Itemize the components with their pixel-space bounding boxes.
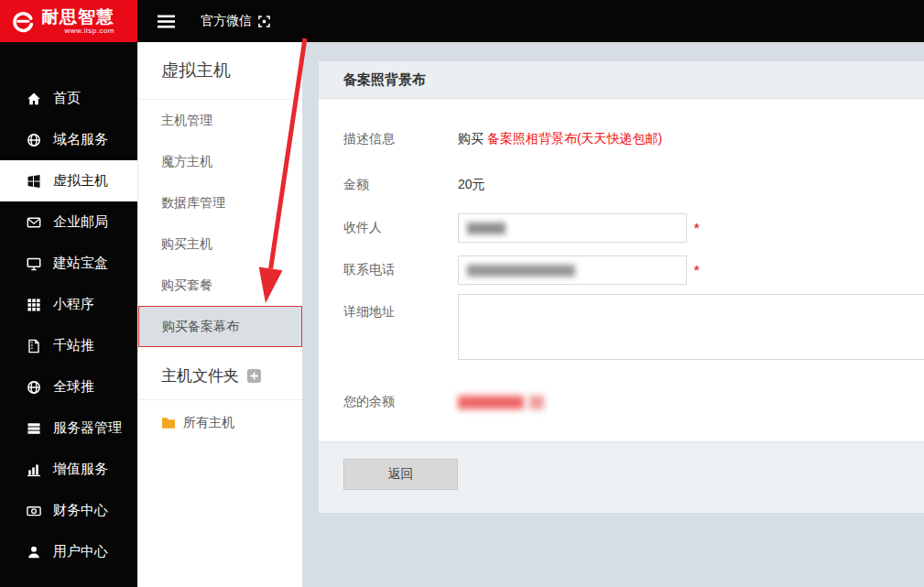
submenu-item-buy-package[interactable]: 购买套餐 <box>138 265 302 306</box>
folder-icon <box>161 417 176 429</box>
grid-icon <box>26 297 41 312</box>
sidebar-item-label: 虚拟主机 <box>53 172 108 190</box>
folder-item-all-hosts[interactable]: 所有主机 <box>138 400 302 446</box>
recipient-input[interactable] <box>458 213 687 243</box>
balance-label: 您的余额 <box>343 394 458 410</box>
submenu-item-host-management[interactable]: 主机管理 <box>138 100 302 141</box>
money-icon <box>26 503 41 518</box>
sidebar-item-sitebox[interactable]: 建站宝盒 <box>0 243 137 284</box>
recipient-label: 收件人 <box>343 220 458 236</box>
description-prefix: 购买 <box>458 131 484 146</box>
submenu-title: 虚拟主机 <box>138 42 302 100</box>
description-label: 描述信息 <box>343 131 458 147</box>
mail-icon <box>26 214 41 230</box>
brand-emblem-icon <box>10 8 36 34</box>
sidebar-item-label: 全球推 <box>53 378 94 396</box>
globe-icon <box>26 379 41 395</box>
add-folder-button[interactable] <box>247 369 261 383</box>
host-folder-title: 主机文件夹 <box>161 365 239 386</box>
sidebar-item-label: 小程序 <box>53 296 94 313</box>
host-folder-section: 主机文件夹 <box>138 353 302 400</box>
submenu-item-mofang-host[interactable]: 魔方主机 <box>138 141 302 182</box>
phone-input[interactable] <box>458 255 687 285</box>
balance-row: 您的余额 <box>343 394 924 410</box>
sidebar-item-label: 财务中心 <box>53 502 108 519</box>
panel-header: 备案照背景布 <box>319 61 924 99</box>
windows-icon <box>26 173 41 189</box>
description-row: 描述信息 购买 备案照相背景布(天天快递包邮) <box>343 131 924 147</box>
menu-toggle-icon[interactable] <box>158 15 175 28</box>
panel-footer: 返回 <box>319 441 924 513</box>
brand-text: 耐思智慧 www.iisp.com <box>41 8 114 35</box>
recipient-row: 收件人 * <box>343 213 924 243</box>
submenu-item-buy-beian-backdrop[interactable]: 购买备案幕布 <box>138 306 302 347</box>
required-asterisk: * <box>694 263 699 277</box>
balance-value-redacted <box>458 396 544 409</box>
sidebar-item-label: 千站推 <box>53 337 94 354</box>
amount-row: 金额 20元 <box>343 177 924 193</box>
panel-body: 描述信息 购买 备案照相背景布(天天快递包邮) 金额 20元 收件人 * <box>319 99 924 441</box>
phone-label: 联系电话 <box>343 262 458 278</box>
sidebar-item-label: 服务器管理 <box>53 419 122 437</box>
sidebar-item-label: 首页 <box>53 90 81 107</box>
phone-value-redacted <box>467 265 575 277</box>
sidebar-item-finance-center[interactable]: 财务中心 <box>0 490 137 531</box>
brand-url: www.iisp.com <box>65 27 114 35</box>
beian-backdrop-panel: 备案照背景布 描述信息 购买 备案照相背景布(天天快递包邮) 金额 20元 收件… <box>319 61 924 513</box>
sidebar-item-home[interactable]: 首页 <box>0 78 137 119</box>
sidebar-item-qianzhantui[interactable]: 千站推 <box>0 325 137 366</box>
monitor-icon <box>26 255 41 271</box>
amount-label: 金额 <box>343 177 458 193</box>
back-button[interactable]: 返回 <box>343 459 458 490</box>
official-wechat-link[interactable]: 官方微信 <box>201 13 270 29</box>
app-window: 耐思智慧 www.iisp.com 官方微信 <box>0 0 924 587</box>
recipient-value-redacted <box>467 223 505 234</box>
sidebar-item-label: 用户中心 <box>53 543 108 560</box>
panel-title: 备案照背景布 <box>343 71 426 89</box>
brand-name: 耐思智慧 <box>41 8 114 26</box>
submenu-item-buy-host[interactable]: 购买主机 <box>138 223 302 265</box>
brand-logo[interactable]: 耐思智慧 www.iisp.com <box>0 0 137 42</box>
server-icon <box>26 420 41 436</box>
sidebar-item-label: 域名服务 <box>53 131 108 148</box>
description-value: 购买 备案照相背景布(天天快递包邮) <box>458 131 662 147</box>
phone-row: 联系电话 * <box>343 255 924 285</box>
qr-scan-icon <box>258 16 270 27</box>
sidebar-item-quanqiutui[interactable]: 全球推 <box>0 366 137 408</box>
submenu-item-database-management[interactable]: 数据库管理 <box>138 182 302 223</box>
home-icon <box>26 91 41 106</box>
main-content: 备案照背景布 描述信息 购买 备案照相背景布(天天快递包邮) 金额 20元 收件… <box>302 42 924 587</box>
sidebar-item-value-added-services[interactable]: 增值服务 <box>0 449 137 490</box>
secondary-sidebar: 虚拟主机 主机管理 魔方主机 数据库管理 购买主机 购买套餐 购买备案幕布 主机… <box>137 42 302 587</box>
address-label: 详细地址 <box>343 294 458 321</box>
globe-icon <box>26 132 41 147</box>
required-asterisk: * <box>694 221 699 235</box>
sidebar-item-virtual-hosting[interactable]: 虚拟主机 <box>0 160 137 201</box>
primary-sidebar: 首页 域名服务 虚拟主机 企业邮局 建站宝盒 <box>0 42 137 587</box>
sidebar-item-mini-program[interactable]: 小程序 <box>0 284 137 325</box>
bar-chart-icon <box>26 462 41 477</box>
top-bar: 耐思智慧 www.iisp.com 官方微信 <box>0 0 924 42</box>
wechat-label: 官方微信 <box>201 13 252 29</box>
user-icon <box>26 544 41 560</box>
sidebar-item-server-management[interactable]: 服务器管理 <box>0 408 137 449</box>
sidebar-item-label: 企业邮局 <box>53 213 108 231</box>
sidebar-item-user-center[interactable]: 用户中心 <box>0 531 137 572</box>
sidebar-item-label: 增值服务 <box>53 461 108 478</box>
description-highlight: 备案照相背景布(天天快递包邮) <box>487 131 662 146</box>
file-icon <box>26 338 41 353</box>
sidebar-item-enterprise-mail[interactable]: 企业邮局 <box>0 201 137 243</box>
sidebar-item-domains[interactable]: 域名服务 <box>0 119 137 160</box>
sidebar-item-label: 建站宝盒 <box>53 255 108 272</box>
address-textarea[interactable] <box>458 294 924 360</box>
address-row: 详细地址 <box>343 294 924 360</box>
folder-item-label: 所有主机 <box>183 415 234 431</box>
amount-value: 20元 <box>458 177 485 193</box>
